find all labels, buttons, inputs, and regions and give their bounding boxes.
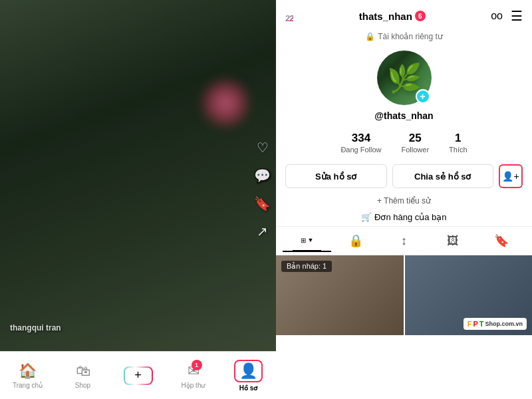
- saved-icon: 🔖: [494, 233, 509, 248]
- following-label: Đang Follow: [340, 146, 381, 154]
- logo-year: 22: [285, 13, 293, 23]
- profile-username-header: thats_nhan 6: [359, 11, 426, 22]
- likes-count: 1: [455, 132, 461, 145]
- profile-panel: 22 thats_nhan 6 oo ☰ 🔒 Tài khoản riêng t…: [276, 0, 532, 399]
- menu-icon[interactable]: ☰: [511, 8, 523, 24]
- video-panel: thangqui tran ♡ 💬 🔖 ↗ 🏠 Trang chủ 🛍 Shop…: [0, 0, 276, 399]
- profile-tab-bar: ⊞ ▼ 🔒 ↕️ 🖼 🔖: [276, 226, 532, 255]
- tab-private[interactable]: 🔒: [331, 227, 380, 255]
- plus-icon: +: [134, 368, 142, 382]
- nav-home[interactable]: 🏠 Trang chủ: [8, 362, 48, 389]
- followers-label: Follower: [402, 146, 430, 154]
- tab-liked[interactable]: 🖼: [428, 227, 477, 255]
- lock-tab-icon: 🔒: [348, 233, 363, 248]
- following-count: 334: [352, 132, 370, 145]
- edit-profile-button[interactable]: Sửa hồ sơ: [285, 164, 387, 188]
- video-username-text: thangqui tran: [10, 323, 61, 332]
- repost-icon: ↕️: [401, 234, 407, 248]
- nav-home-label: Trang chủ: [13, 382, 43, 389]
- video-blob-effect: [202, 80, 249, 126]
- fpt-logo: F P T Shop.com.vn: [464, 318, 527, 330]
- tab-grid[interactable]: ⊞ ▼: [283, 230, 331, 252]
- orders-text: 🛒 Đơn hàng của bạn: [361, 212, 446, 222]
- video-action-icons: ♡ 💬 🔖 ↗: [254, 140, 271, 239]
- nav-profile-label: Hồ sơ: [239, 384, 258, 392]
- video-background: thangqui tran ♡ 💬 🔖 ↗: [0, 0, 276, 399]
- draft-badge: Bản nháp: 1: [281, 261, 332, 272]
- home-icon: 🏠: [19, 362, 37, 380]
- add-bio-link[interactable]: + Thêm tiểu sử: [276, 194, 532, 208]
- nav-profile[interactable]: 👤 Hồ sơ: [229, 360, 269, 392]
- tab-repost[interactable]: ↕️: [380, 227, 428, 255]
- followers-count: 25: [409, 132, 422, 145]
- grid-video-item[interactable]: F P T Shop.com.vn: [405, 255, 533, 335]
- inbox-badge: 1: [192, 360, 202, 370]
- nav-inbox-label: Hộp thư: [182, 382, 205, 389]
- likes-label: Thích: [449, 146, 467, 154]
- nav-shop-label: Shop: [75, 382, 90, 389]
- shop-icon: 🛍: [76, 362, 90, 380]
- video-overlay: [0, 0, 276, 399]
- content-grid: Bản nháp: 1 F P T Shop.com.vn: [276, 255, 532, 399]
- avatar-add-button[interactable]: +: [416, 89, 430, 104]
- people-icon[interactable]: oo: [491, 10, 503, 22]
- bottom-nav-bar: 🏠 Trang chủ 🛍 Shop + ✉ 1 Hộp thư 👤 Hồ sơ: [0, 351, 276, 399]
- tab-saved[interactable]: 🔖: [477, 227, 525, 255]
- topbar-right-icons: oo ☰: [491, 8, 523, 24]
- dropdown-arrow: ▼: [308, 237, 314, 243]
- share-icon[interactable]: ↗: [257, 223, 268, 239]
- stat-followers[interactable]: 25 Follower: [402, 132, 430, 154]
- action-buttons: Sửa hồ sơ Chia sẻ hồ sơ 👤+: [276, 159, 532, 194]
- username-handle: @thats_nhan: [374, 110, 433, 121]
- add-user-button[interactable]: 👤+: [499, 164, 523, 188]
- stat-likes[interactable]: 1 Thích: [449, 132, 467, 154]
- avatar-image: 🌿: [387, 62, 422, 94]
- liked-icon: 🖼: [447, 234, 459, 248]
- private-account-badge: 🔒 Tài khoản riêng tư: [276, 29, 532, 44]
- profile-nav-wrapper: 👤: [234, 360, 263, 382]
- share-profile-button[interactable]: Chia sẻ hồ sơ: [392, 164, 494, 188]
- private-label-text: Tài khoản riêng tư: [378, 32, 443, 41]
- nav-create[interactable]: +: [118, 366, 158, 385]
- username-text: thats_nhan: [359, 11, 412, 22]
- lock-small-icon: 🔒: [365, 32, 375, 41]
- avatar-wrapper: 🌿 +: [377, 51, 432, 105]
- heart-icon[interactable]: ♡: [257, 140, 269, 156]
- live-badge: 6: [415, 11, 426, 21]
- create-button[interactable]: +: [124, 366, 153, 385]
- bookmark-icon[interactable]: 🔖: [254, 196, 271, 211]
- comment-icon[interactable]: 💬: [254, 168, 271, 184]
- stats-row: 334 Đang Follow 25 Follower 1 Thích: [276, 126, 532, 159]
- avatar-section: 🌿 + @thats_nhan: [276, 44, 532, 126]
- add-user-icon: 👤+: [502, 171, 519, 182]
- nav-shop[interactable]: 🛍 Shop: [63, 362, 103, 389]
- nav-inbox[interactable]: ✉ 1 Hộp thư: [174, 362, 213, 389]
- profile-icon: 👤: [239, 362, 257, 380]
- stat-following[interactable]: 334 Đang Follow: [340, 132, 381, 154]
- inbox-icon: ✉ 1: [188, 362, 200, 380]
- draft-item[interactable]: Bản nháp: 1: [276, 255, 404, 335]
- orders-row[interactable]: 🛒 Đơn hàng của bạn: [276, 208, 532, 226]
- tiktok-logo: 22: [285, 7, 293, 25]
- grid-icon: ⊞: [301, 237, 306, 244]
- profile-topbar: 22 thats_nhan 6 oo ☰: [276, 0, 532, 29]
